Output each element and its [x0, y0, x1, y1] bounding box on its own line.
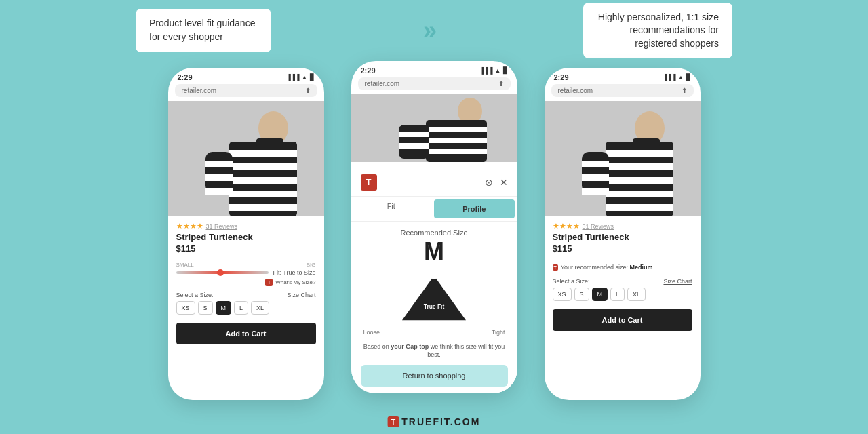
rec-badge-text-right: Your recommended size: Medium: [561, 264, 653, 271]
profile-icon[interactable]: ⊙: [485, 177, 493, 188]
svg-rect-7: [229, 204, 297, 211]
sweater-svg-right: [545, 101, 701, 216]
size-btn-xs-left[interactable]: XS: [176, 301, 195, 315]
fit-bar-track-left: [176, 271, 269, 274]
size-btn-xl-right[interactable]: XL: [627, 288, 646, 301]
size-btn-s-right[interactable]: S: [574, 288, 589, 301]
svg-rect-18: [426, 149, 487, 154]
size-buttons-left: XS S M L XL: [176, 301, 316, 315]
svg-rect-36: [633, 138, 660, 146]
share-icon-middle: ⬆: [498, 80, 504, 87]
product-price-right: $115: [553, 243, 692, 254]
size-btn-l-left[interactable]: L: [234, 301, 248, 315]
add-to-cart-right[interactable]: Add to Cart: [553, 309, 692, 331]
url-bar-right: retailer.com ⬆: [551, 84, 694, 97]
star-rating-right: ★★★★: [553, 222, 580, 231]
top-section: Product level fit guidance for every sho…: [0, 0, 868, 61]
loose-label: Loose: [363, 329, 380, 336]
url-text-right: retailer.com: [558, 87, 593, 94]
fit-big-left: BIG: [307, 262, 316, 268]
status-bar-right: 2:29 ▐▐▐ ▲ ▊: [545, 68, 701, 84]
stars-right: ★★★★ 31 Reviews: [553, 222, 692, 231]
svg-rect-9: [205, 161, 233, 167]
browser-bar-left: retailer.com ⬆: [168, 84, 324, 101]
product-info-right: ★★★★ 31 Reviews Striped Turtleneck $115: [545, 216, 701, 259]
fit-bar-label-left: SMALL BIG: [176, 262, 316, 268]
svg-rect-6: [229, 191, 297, 197]
sweater-svg-left: [168, 101, 324, 216]
truefit-logo-t: T: [388, 416, 399, 427]
browser-bar-right: retailer.com ⬆: [545, 84, 701, 101]
top-right-banner: Highly personalized, 1:1 size recommenda…: [583, 3, 732, 59]
size-header-left: Select a Size: Size Chart: [176, 292, 316, 298]
svg-rect-33: [582, 161, 609, 167]
panel-icons: ⊙ ✕: [485, 177, 508, 188]
panel-tabs: Fit Profile: [351, 197, 517, 222]
product-price-left: $115: [176, 243, 316, 254]
rec-section-right: T Your recommended size: Medium: [545, 259, 701, 275]
rec-size-right: Medium: [630, 264, 653, 271]
size-chart-link-right[interactable]: Size Chart: [663, 278, 692, 285]
trufit-t-badge-right: T: [553, 264, 558, 271]
sweater-svg-middle: [351, 94, 517, 162]
fit-label-left: Fit: True to Size: [273, 269, 315, 276]
svg-rect-21: [399, 143, 429, 149]
select-size-label-left: Select a Size:: [176, 292, 214, 298]
rec-text-right: Your recommended size:: [561, 264, 628, 271]
product-name-left: Striped Turtleneck: [176, 232, 316, 242]
gauge-labels: Loose Tight: [361, 329, 508, 336]
svg-rect-5: [229, 177, 297, 184]
svg-rect-17: [426, 138, 487, 143]
top-left-text: Product level fit guidance for every sho…: [149, 18, 255, 42]
size-header-right: Select a Size: Size Chart: [553, 278, 692, 285]
size-btn-l-right[interactable]: L: [610, 288, 625, 301]
whats-my-size-left[interactable]: What's My Size?: [275, 279, 315, 285]
fit-gauge-svg: True Fit: [387, 269, 481, 323]
svg-rect-29: [606, 177, 673, 184]
return-to-shopping-btn[interactable]: Return to shopping: [361, 365, 508, 387]
bottom-logo: T TRUEFIT.COM: [388, 416, 481, 427]
tab-profile[interactable]: Profile: [434, 199, 515, 218]
phones-container: 2:29 ▐▐▐ ▲ ▊ retailer.com ⬆: [0, 61, 868, 407]
t-logo-icon: T: [361, 174, 377, 191]
based-on-prefix: Based on: [363, 343, 391, 350]
panel-header: T ⊙ ✕: [351, 167, 517, 197]
based-on-bold: your Gap top: [391, 343, 429, 350]
truefit-logo-text: TRUEFIT.COM: [401, 416, 480, 427]
phone-right: 2:29 ▐▐▐ ▲ ▊ retailer.com ⬆: [545, 68, 701, 400]
fit-section-left: SMALL BIG Fit: True to Size T What's My …: [168, 259, 324, 289]
rec-size-label: Recommended Size: [361, 229, 508, 237]
size-buttons-right: XS S M L XL: [553, 288, 692, 301]
phone-middle: 2:29 ▐▐▐ ▲ ▊ retailer.com ⬆: [351, 61, 517, 393]
url-bar-left: retailer.com ⬆: [175, 84, 317, 97]
svg-rect-3: [229, 150, 297, 157]
status-bar-left: 2:29 ▐▐▐ ▲ ▊: [168, 68, 324, 84]
top-left-banner: Product level fit guidance for every sho…: [136, 9, 271, 52]
size-btn-xs-right[interactable]: XS: [553, 288, 572, 301]
size-btn-xl-left[interactable]: XL: [251, 301, 269, 315]
svg-rect-10: [205, 174, 233, 181]
browser-bar-middle: retailer.com ⬆: [351, 77, 517, 94]
stars-left: ★★★★ 31 Reviews: [176, 222, 316, 231]
based-on-text: Based on your Gap top we think this size…: [351, 342, 517, 359]
svg-rect-31: [606, 204, 673, 211]
svg-rect-11: [205, 188, 233, 195]
whats-my-size-row: T What's My Size?: [176, 279, 316, 286]
product-image-right: [545, 101, 701, 216]
svg-rect-34: [582, 174, 609, 181]
add-to-cart-left[interactable]: Add to Cart: [176, 323, 316, 344]
trufit-panel: T ⊙ ✕ Fit Profile Recommended Size M: [351, 167, 517, 393]
svg-point-23: [431, 274, 437, 279]
recommended-badge-right: T Your recommended size: Medium: [553, 264, 692, 271]
svg-rect-32: [582, 152, 609, 193]
time-middle: 2:29: [361, 66, 376, 75]
tab-fit[interactable]: Fit: [351, 197, 432, 221]
size-btn-m-right[interactable]: M: [592, 288, 608, 301]
svg-rect-19: [399, 125, 429, 159]
size-chart-link-left[interactable]: Size Chart: [287, 292, 315, 298]
size-btn-s-left[interactable]: S: [198, 301, 213, 315]
svg-rect-30: [606, 191, 673, 197]
star-rating-left: ★★★★: [176, 222, 203, 231]
close-icon[interactable]: ✕: [500, 177, 508, 188]
size-btn-m-left[interactable]: M: [216, 301, 232, 315]
